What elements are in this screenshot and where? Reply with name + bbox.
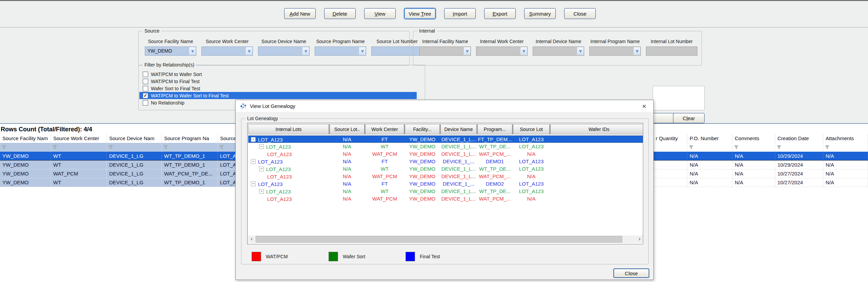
tree-cell[interactable]: −LOT_A123 bbox=[248, 188, 329, 195]
table-row-cell[interactable]: N/A bbox=[732, 161, 775, 169]
tree-row[interactable]: −LOT_A123N/AFTYW_DEMODEVICE_1_...DEMO1LO… bbox=[248, 158, 643, 165]
table-row-cell[interactable]: YW_DEMO bbox=[0, 178, 51, 187]
tree-cell[interactable]: WAT_PCM bbox=[365, 150, 404, 158]
tree-row[interactable]: −LOT_A123N/AWTYW_DEMODEVICE_1_L...WT_TP_… bbox=[248, 165, 643, 173]
tree-cell[interactable]: WT bbox=[365, 188, 404, 195]
table-row-cell[interactable]: YW_DEMO bbox=[0, 169, 51, 178]
table-row-cell[interactable]: N/A bbox=[732, 178, 775, 187]
relationship-option-wafer-sort-to-final-test[interactable]: Wafer Sort to Final Test bbox=[139, 85, 200, 92]
tree-cell[interactable]: FT_TP_DEM... bbox=[477, 136, 512, 143]
tree-cell[interactable]: FT bbox=[365, 158, 404, 165]
tree-collapse-icon[interactable]: − bbox=[259, 144, 264, 149]
tree-cell[interactable]: YW_DEMO bbox=[405, 165, 440, 173]
scroll-right-icon[interactable]: › bbox=[636, 236, 643, 243]
source-facility-name-combo[interactable]: YW_DEMOv bbox=[145, 46, 196, 56]
dialog-titlebar[interactable]: View Lot Genealogy × bbox=[236, 100, 653, 112]
tree-cell[interactable]: DEVICE_1_... bbox=[440, 158, 477, 165]
tree-cell[interactable]: LOT_A123 bbox=[248, 173, 329, 180]
table-row-cell[interactable]: WAT_PCM_TP_DE... bbox=[162, 169, 218, 178]
filter-funnel-icon[interactable] bbox=[219, 145, 224, 149]
tree-cell[interactable]: WT_TP_DE... bbox=[477, 165, 512, 173]
tree-cell[interactable]: LOT_A123 bbox=[513, 165, 550, 173]
tree-cell[interactable]: −LOT_A123 bbox=[248, 180, 329, 188]
export-button[interactable]: Export bbox=[484, 8, 516, 19]
tree-cell[interactable]: N/A bbox=[330, 165, 364, 173]
table-row-cell[interactable]: YW_DEMO bbox=[0, 152, 51, 161]
tree-cell[interactable]: FT bbox=[365, 136, 404, 143]
tree-row[interactable]: −LOT_A123N/AFTYW_DEMODEVICE_1_...DEMO2LO… bbox=[248, 180, 643, 188]
tree-column-header-program-[interactable]: Program... bbox=[477, 124, 512, 134]
view-tree-button[interactable]: View Tree bbox=[404, 8, 436, 19]
table-row-cell[interactable]: WT bbox=[51, 178, 107, 187]
tree-cell[interactable]: DEVICE_1_L... bbox=[440, 150, 477, 158]
tree-cell[interactable] bbox=[550, 180, 643, 188]
tree-row[interactable]: −LOT_A123N/AFTYW_DEMODEVICE_1_L...FT_TP_… bbox=[248, 135, 643, 143]
tree-cell[interactable]: DEMO2 bbox=[477, 180, 512, 188]
tree-collapse-icon[interactable]: − bbox=[259, 167, 264, 171]
tree-cell[interactable]: −LOT_A123 bbox=[248, 165, 329, 173]
scrollbar-thumb[interactable] bbox=[256, 236, 622, 243]
table-row-cell[interactable]: YW_DEMO bbox=[0, 161, 51, 169]
relationship-option-wat-pcm-to-wafer-sort-to-final-test[interactable]: ✓WAT/PCM to Wafer Sort to Final Test bbox=[139, 92, 417, 99]
tree-cell[interactable]: −LOT_A123 bbox=[248, 158, 329, 165]
table-row-cell[interactable]: WT_TP_DEMO_1 bbox=[162, 161, 218, 169]
chevron-down-icon[interactable]: v bbox=[189, 47, 196, 55]
filter-funnel-icon[interactable] bbox=[108, 145, 113, 149]
unchecked-checkbox[interactable] bbox=[143, 72, 148, 77]
filter-funnel-icon[interactable] bbox=[2, 145, 6, 149]
tree-cell[interactable] bbox=[550, 150, 643, 158]
tree-column-header-wafer-ids[interactable]: Wafer IDs bbox=[550, 124, 643, 134]
table-row-cell[interactable]: N/A bbox=[823, 178, 868, 187]
source-device-name-combo[interactable]: v bbox=[258, 46, 310, 56]
table-row-cell[interactable] bbox=[653, 169, 687, 178]
tree-column-header-source-lot[interactable]: Source Lot bbox=[513, 124, 550, 134]
tree-cell[interactable] bbox=[550, 188, 643, 195]
column-header-2[interactable]: Source Device Nam bbox=[107, 134, 162, 143]
table-row-cell[interactable] bbox=[653, 161, 687, 169]
relationship-option-wat-pcm-to-wafer-sort[interactable]: WAT/PCM to Wafer Sort bbox=[139, 71, 202, 78]
unchecked-checkbox[interactable] bbox=[143, 79, 148, 84]
table-row-cell[interactable]: N/A bbox=[823, 161, 868, 169]
table-row-cell[interactable] bbox=[653, 152, 687, 161]
tree-cell[interactable]: YW_DEMO bbox=[405, 188, 440, 195]
tree-cell[interactable]: N/A bbox=[330, 158, 364, 165]
view-button[interactable]: View bbox=[364, 8, 396, 19]
tree-row[interactable]: LOT_A123N/AWAT_PCMYW_DEMODEVICE_1_L...WA… bbox=[248, 150, 643, 158]
table-row-cell[interactable]: N/A bbox=[823, 152, 868, 161]
source-work-center-combo[interactable]: v bbox=[201, 46, 253, 56]
tree-cell[interactable]: YW_DEMO bbox=[405, 150, 440, 158]
table-row-cell[interactable]: N/A bbox=[823, 169, 868, 178]
table-row-cell[interactable]: DEVICE_1_LG bbox=[107, 161, 162, 169]
tree-cell[interactable]: −LOT_A123 bbox=[248, 143, 329, 150]
tree-cell[interactable]: DEVICE_1_L... bbox=[440, 195, 477, 203]
tree-cell[interactable] bbox=[550, 195, 643, 203]
tree-cell[interactable]: WT_TP_DE... bbox=[477, 143, 512, 150]
import-button[interactable]: Import bbox=[444, 8, 476, 19]
tree-cell[interactable]: WT bbox=[365, 143, 404, 150]
tree-cell[interactable]: LOT_A123 bbox=[513, 188, 550, 195]
tree-row[interactable]: LOT_A123N/AWAT_PCMYW_DEMODEVICE_1_L...WA… bbox=[248, 173, 643, 180]
tree-cell[interactable]: N/A bbox=[513, 195, 550, 203]
tree-column-header-device-name[interactable]: Device Name bbox=[440, 124, 477, 134]
scroll-left-icon[interactable]: ‹ bbox=[248, 236, 255, 243]
filter-funnel-icon[interactable] bbox=[734, 145, 738, 149]
filter-funnel-icon[interactable] bbox=[53, 145, 57, 149]
column-header-1[interactable]: Source Work Center bbox=[51, 134, 107, 143]
tree-cell[interactable]: YW_DEMO bbox=[405, 173, 440, 180]
tree-cell[interactable]: DEVICE_1_L... bbox=[440, 136, 477, 143]
tree-column-header-internal-lots[interactable]: Internal Lots bbox=[248, 124, 329, 134]
tree-column-header-source-lot-[interactable]: Source Lot.. bbox=[330, 124, 364, 134]
table-row-cell[interactable]: WT bbox=[51, 161, 107, 169]
unchecked-checkbox[interactable] bbox=[143, 100, 148, 106]
search-input-fragment[interactable] bbox=[653, 86, 705, 110]
tree-cell[interactable]: LOT_A123 bbox=[248, 195, 329, 203]
relationship-option-wat-pcm-to-final-test[interactable]: WAT/PCM to Final Test bbox=[139, 78, 200, 85]
tree-cell[interactable]: DEVICE_1_L... bbox=[440, 165, 477, 173]
tree-cell[interactable]: N/A bbox=[330, 173, 364, 180]
table-row-cell[interactable]: WAT_PCM bbox=[51, 169, 107, 178]
tree-cell[interactable]: DEVICE_1_L... bbox=[440, 143, 477, 150]
relationship-option-no-relationship[interactable]: No Relationship bbox=[139, 99, 184, 106]
column-header-7[interactable]: Comments bbox=[732, 134, 775, 143]
filter-funnel-icon[interactable] bbox=[777, 145, 781, 149]
tree-cell[interactable]: WAT_PCM_... bbox=[477, 195, 512, 203]
